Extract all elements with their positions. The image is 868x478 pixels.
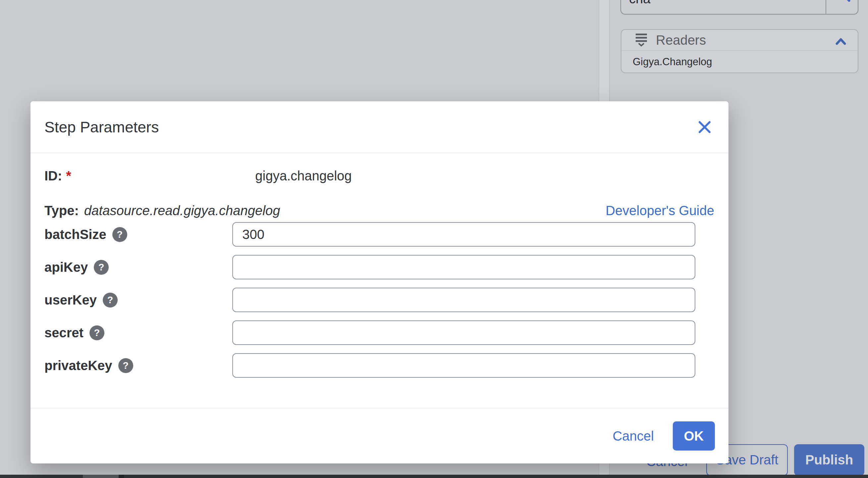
readers-panel: Readers Gigya.Changelog xyxy=(621,29,858,73)
help-icon[interactable]: ? xyxy=(112,227,127,242)
type-value: datasource.read.gigya.changelog xyxy=(84,203,280,218)
param-input-privatekey[interactable] xyxy=(232,353,695,378)
search-input[interactable]: cha xyxy=(629,0,651,6)
readers-header[interactable]: Readers xyxy=(621,30,858,51)
type-label: Type: datasource.read.gigya.changelog xyxy=(44,197,280,224)
param-row-batchsize: batchSize ? xyxy=(30,222,728,247)
search-icon xyxy=(833,0,852,4)
dialog-header: Step Parameters xyxy=(30,101,728,153)
required-marker: * xyxy=(66,169,71,183)
search-button[interactable] xyxy=(826,0,858,14)
bottom-bar-divider xyxy=(119,475,124,478)
developers-guide-link[interactable]: Developer's Guide xyxy=(606,197,714,224)
param-input-userkey[interactable] xyxy=(232,288,695,312)
dialog-title: Step Parameters xyxy=(44,101,159,153)
help-icon[interactable]: ? xyxy=(94,260,109,275)
ok-button[interactable]: OK xyxy=(673,421,715,450)
help-icon[interactable]: ? xyxy=(103,293,118,308)
type-row: Type: datasource.read.gigya.changelog De… xyxy=(30,197,728,224)
search-box[interactable]: cha xyxy=(620,0,858,14)
id-label: ID: * xyxy=(44,163,71,189)
param-row-secret: secret ? xyxy=(30,320,728,345)
bottom-bar-segment xyxy=(83,475,119,478)
param-label: batchSize xyxy=(44,227,106,242)
dialog-footer: Cancel OK xyxy=(30,408,728,464)
param-row-privatekey: privateKey ? xyxy=(30,353,728,378)
param-input-apikey[interactable] xyxy=(232,255,695,279)
list-item[interactable]: Gigya.Changelog xyxy=(633,56,712,68)
param-label: privateKey xyxy=(44,358,112,373)
id-label-text: ID: xyxy=(44,169,62,183)
step-parameters-dialog: Step Parameters ID: * gigya.changelog Ty… xyxy=(30,101,728,464)
close-icon[interactable] xyxy=(697,120,712,134)
param-input-privatekey-secret[interactable] xyxy=(232,320,695,345)
param-label: userKey xyxy=(44,293,97,308)
type-label-text: Type: xyxy=(44,203,79,218)
param-label: secret xyxy=(44,326,84,340)
publish-button[interactable]: Publish xyxy=(794,444,864,476)
param-input-batchsize[interactable] xyxy=(232,222,695,247)
filter-icon xyxy=(636,33,647,47)
chevron-up-icon[interactable] xyxy=(835,38,846,46)
readers-panel-title: Readers xyxy=(656,33,706,48)
param-row-userkey: userKey ? xyxy=(30,288,728,312)
cancel-button[interactable]: Cancel xyxy=(613,429,654,444)
help-icon[interactable]: ? xyxy=(90,326,104,340)
bottom-bar xyxy=(0,475,868,478)
app-root: cha Readers Gigya.Changelog Cancel Sav xyxy=(0,0,868,478)
help-icon[interactable]: ? xyxy=(118,358,133,373)
id-value: gigya.changelog xyxy=(255,163,352,189)
param-label: apiKey xyxy=(44,260,88,275)
param-row-apikey: apiKey ? xyxy=(30,255,728,279)
readers-list: Gigya.Changelog xyxy=(621,51,858,72)
id-row: ID: * gigya.changelog xyxy=(30,163,728,189)
